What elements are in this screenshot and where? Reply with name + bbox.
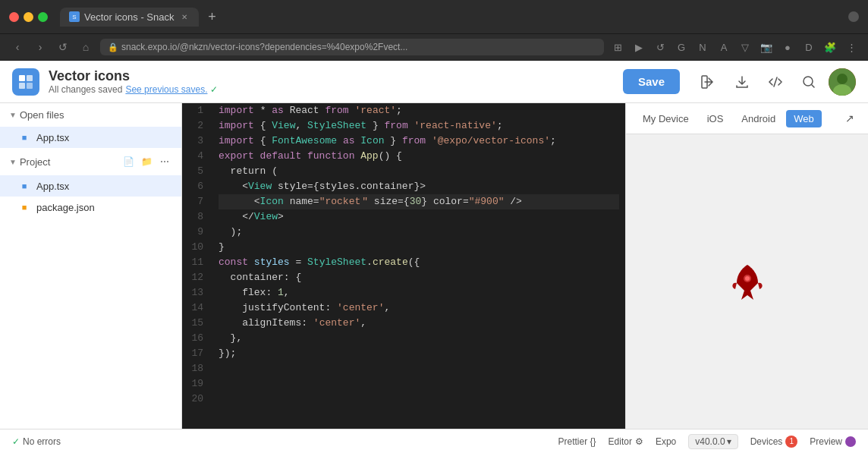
header-actions xyxy=(695,68,856,96)
forward-button[interactable]: › xyxy=(32,39,49,55)
save-button[interactable]: Save xyxy=(623,69,680,94)
avatar[interactable] xyxy=(829,68,856,96)
extension-4[interactable]: G xyxy=(674,39,689,55)
devices-button[interactable]: Devices 1 xyxy=(750,436,798,448)
preview-content xyxy=(626,134,868,429)
code-line-19: }); xyxy=(219,346,619,361)
version-button[interactable]: v40.0.0 ▾ xyxy=(688,434,737,449)
prettier-label: Prettier {} xyxy=(558,436,596,447)
open-file-name: App.tsx xyxy=(36,132,69,143)
chevron-down-icon: ▼ xyxy=(9,158,17,166)
open-files-section[interactable]: ▼ Open files xyxy=(0,103,181,127)
check-icon: ✓ xyxy=(12,436,20,447)
extension-10[interactable]: D xyxy=(801,39,816,55)
search-icon[interactable] xyxy=(795,68,822,96)
svg-rect-0 xyxy=(19,75,25,81)
chevron-down-icon: ▾ xyxy=(727,436,731,447)
sidebar: ▼ Open files ■ App.tsx ▼ Project 📄 📁 ⋯ ■… xyxy=(0,103,182,429)
download-icon[interactable] xyxy=(728,68,756,96)
extension-1[interactable]: ⊞ xyxy=(610,39,625,55)
extension-8[interactable]: 📷 xyxy=(759,39,774,55)
address-bar: ‹ › ↺ ⌂ 🔒 snack.expo.io/@nkzn/vector-ico… xyxy=(0,34,868,61)
preview-button[interactable]: Preview xyxy=(810,436,856,447)
back-button[interactable]: ‹ xyxy=(9,39,26,55)
devices-label: Devices xyxy=(750,436,783,447)
code-line-18: }, xyxy=(219,331,619,346)
svg-rect-1 xyxy=(27,75,33,81)
browser-menu[interactable]: ⋮ xyxy=(844,39,859,55)
code-line-16: justifyContent: 'center', xyxy=(219,300,619,316)
preview-label: Preview xyxy=(810,436,842,447)
app-logo xyxy=(12,68,39,96)
extension-7[interactable]: ▽ xyxy=(737,39,753,55)
svg-rect-2 xyxy=(19,83,25,89)
code-line-9: </View> xyxy=(219,209,619,225)
active-tab[interactable]: S Vector icons - Snack ✕ xyxy=(60,8,199,27)
minimize-button[interactable] xyxy=(24,12,33,22)
chevron-down-icon: ▼ xyxy=(9,111,17,119)
no-errors-label: No errors xyxy=(23,436,61,447)
reload-button[interactable]: ↺ xyxy=(55,39,71,55)
devices-badge: 1 xyxy=(785,436,797,448)
tab-android[interactable]: Android xyxy=(734,110,783,127)
tab-favicon: S xyxy=(69,11,80,22)
browser-extensions: ⊞ ▶ ↺ G N A ▽ 📷 ● D 🧩 ⋮ xyxy=(610,39,859,55)
code-icon[interactable] xyxy=(762,68,789,96)
browser-menu-icon[interactable] xyxy=(848,11,859,22)
new-tab-button[interactable]: + xyxy=(202,6,223,27)
preview-tabs: My Device iOS Android Web ↗ xyxy=(626,103,868,134)
home-button[interactable]: ⌂ xyxy=(77,39,94,55)
code-line-11: } xyxy=(219,240,619,255)
editor-area: 12345 678910 1112131415 1617181920 impor… xyxy=(182,103,625,429)
rocket-icon xyxy=(725,259,770,304)
tab-close-icon[interactable]: ✕ xyxy=(179,11,190,22)
extension-3[interactable]: ↺ xyxy=(653,39,668,55)
maximize-button[interactable] xyxy=(38,12,48,22)
more-icon[interactable]: ⋯ xyxy=(157,154,172,169)
editor-label: Editor xyxy=(609,436,632,447)
open-preview-icon[interactable]: ↗ xyxy=(841,109,859,127)
no-errors-status[interactable]: ✓ No errors xyxy=(12,436,61,447)
extension-6[interactable]: A xyxy=(716,39,731,55)
file-name-app-tsx: App.tsx xyxy=(36,181,69,192)
tab-title: Vector icons - Snack xyxy=(84,11,175,23)
tsx-file-icon: ■ xyxy=(18,131,30,143)
preview-panel: My Device iOS Android Web ↗ xyxy=(625,103,868,429)
code-line-5: export default function App() { xyxy=(219,149,619,164)
traffic-lights xyxy=(9,12,48,22)
expo-text: Expo xyxy=(656,436,676,447)
editor-settings-icon: ⚙ xyxy=(635,436,643,447)
code-line-15: flex: 1, xyxy=(219,285,619,300)
sidebar-item-app-tsx[interactable]: ■ App.tsx xyxy=(0,175,181,197)
new-file-icon[interactable]: 📄 xyxy=(121,154,136,169)
extension-9[interactable]: ● xyxy=(780,39,795,55)
login-icon[interactable] xyxy=(695,68,722,96)
previous-saves-link[interactable]: See previous saves. xyxy=(125,84,207,95)
sidebar-item-package-json[interactable]: ■ package.json xyxy=(0,197,181,218)
tab-ios[interactable]: iOS xyxy=(700,110,731,127)
extension-5[interactable]: N xyxy=(695,39,710,55)
code-line-17: alignItems: 'center', xyxy=(219,316,619,331)
prettier-button[interactable]: Prettier {} xyxy=(558,436,596,447)
extensions-menu[interactable]: 🧩 xyxy=(822,39,838,55)
app-title-area: Vector icons All changes saved See previ… xyxy=(49,68,218,95)
status-bar: ✓ No errors Prettier {} Editor ⚙ Expo v4… xyxy=(0,429,868,453)
project-actions: 📄 📁 ⋯ xyxy=(121,154,172,169)
extension-2[interactable]: ▶ xyxy=(631,39,646,55)
code-editor[interactable]: 12345 678910 1112131415 1617181920 impor… xyxy=(182,103,625,429)
project-title-text: Project xyxy=(20,156,50,168)
sidebar-item-app-tsx-open[interactable]: ■ App.tsx xyxy=(0,127,181,148)
tab-my-device[interactable]: My Device xyxy=(635,110,697,127)
address-text: snack.expo.io/@nkzn/vector-icons?depende… xyxy=(121,42,407,52)
editor-button[interactable]: Editor ⚙ xyxy=(609,436,643,447)
project-label[interactable]: ▼ Project xyxy=(9,156,50,168)
svg-rect-3 xyxy=(27,83,33,89)
tab-web[interactable]: Web xyxy=(786,110,822,127)
address-input[interactable]: 🔒 snack.expo.io/@nkzn/vector-icons?depen… xyxy=(100,39,604,55)
preview-indicator xyxy=(845,436,856,447)
close-button[interactable] xyxy=(9,12,19,22)
svg-point-10 xyxy=(745,276,750,281)
app-title: Vector icons xyxy=(49,68,218,84)
new-folder-icon[interactable]: 📁 xyxy=(139,154,154,169)
svg-point-7 xyxy=(837,74,848,84)
